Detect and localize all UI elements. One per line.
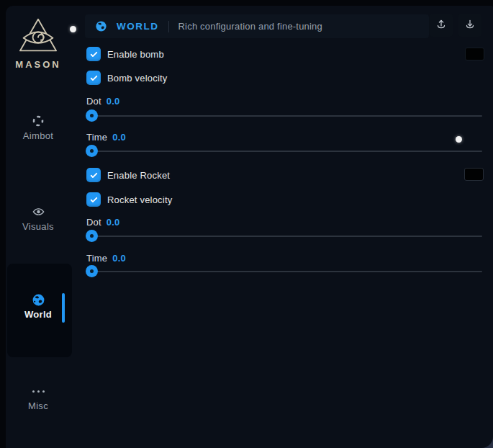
crosshair-icon <box>6 115 71 127</box>
check-icon <box>89 73 99 83</box>
slider-track[interactable] <box>86 115 482 117</box>
checkbox-bomb-velocity[interactable] <box>86 71 101 85</box>
checkbox-label: Rocket velocity <box>107 194 172 205</box>
check-icon <box>89 171 99 180</box>
slider-value: 0.0 <box>112 132 126 143</box>
slider-track[interactable] <box>86 271 482 272</box>
sidebar-item-visuals[interactable]: Visuals <box>6 205 71 232</box>
rocket-time-slider-label: Time0.0 <box>86 253 126 264</box>
slider-value: 0.0 <box>107 96 120 107</box>
slider-track[interactable] <box>86 236 482 237</box>
checkbox-label: Enable bomb <box>107 49 164 60</box>
checkbox-enable-rocket[interactable] <box>86 168 101 182</box>
header-divider <box>168 21 169 32</box>
slider-handle[interactable] <box>86 230 98 242</box>
active-nav-accent-bar <box>62 293 65 323</box>
brand-logo: MASON <box>6 17 71 70</box>
slider-handle[interactable] <box>86 145 98 157</box>
checkbox-row-rocket-velocity[interactable]: Rocket velocity <box>86 192 172 207</box>
page-header: WORLD Rich configuration and fine-tuning <box>85 14 429 38</box>
sidebar-item-world[interactable]: World <box>6 293 71 320</box>
slider-value: 0.0 <box>107 217 120 228</box>
bomb-time-slider-label: Time0.0 <box>86 132 126 143</box>
slider-value: 0.0 <box>112 253 126 264</box>
cheat-menu-screen: MASON Aimbot Visuals <box>0 0 493 448</box>
bomb-dot-slider-label: Dot0.0 <box>86 96 120 107</box>
slider-track[interactable] <box>86 151 482 152</box>
globe-icon <box>6 293 71 306</box>
cursor-dot <box>70 26 76 32</box>
checkbox-row-enable-rocket[interactable]: Enable Rocket <box>86 168 170 182</box>
slider-handle[interactable] <box>86 265 98 277</box>
checkbox-rocket-velocity[interactable] <box>86 192 101 207</box>
checkbox-enable-bomb[interactable] <box>86 47 101 61</box>
rocket-dot-slider[interactable] <box>86 230 482 242</box>
sidebar-item-aimbot[interactable]: Aimbot <box>6 115 71 141</box>
sidebar-item-label: Misc <box>6 400 71 411</box>
sidebar: MASON Aimbot Visuals <box>6 6 76 448</box>
cursor-dot <box>456 136 462 143</box>
sidebar-item-label: Visuals <box>6 221 71 232</box>
bomb-time-slider[interactable] <box>86 145 482 157</box>
page-title: WORLD <box>117 21 159 32</box>
checkbox-label: Enable Rocket <box>107 170 170 181</box>
checkbox-row-enable-bomb[interactable]: Enable bomb <box>86 47 164 61</box>
checkbox-label: Bomb velocity <box>107 73 168 84</box>
rocket-dot-slider-label: Dot0.0 <box>86 217 120 228</box>
menu-window: MASON Aimbot Visuals <box>6 6 493 448</box>
eye-icon <box>6 205 71 218</box>
upload-icon <box>435 18 448 33</box>
check-icon <box>89 50 99 59</box>
sidebar-item-misc[interactable]: Misc <box>6 385 71 411</box>
export-config-button[interactable] <box>430 14 453 37</box>
globe-icon <box>95 20 107 32</box>
sidebar-item-label: Aimbot <box>6 130 71 141</box>
bomb-color-swatch[interactable] <box>465 48 484 61</box>
eye-pyramid-icon <box>6 17 71 55</box>
slider-handle[interactable] <box>86 109 98 122</box>
import-config-button[interactable] <box>458 14 481 37</box>
ellipsis-icon <box>6 385 71 398</box>
sidebar-item-label: World <box>6 309 71 320</box>
download-icon <box>463 18 476 33</box>
rocket-color-swatch[interactable] <box>464 168 484 181</box>
checkbox-row-bomb-velocity[interactable]: Bomb velocity <box>86 71 168 85</box>
page-subtitle: Rich configuration and fine-tuning <box>178 21 322 32</box>
bomb-dot-slider[interactable] <box>86 109 482 122</box>
check-icon <box>89 195 99 205</box>
rocket-time-slider[interactable] <box>86 265 482 277</box>
brand-name: MASON <box>6 59 71 70</box>
